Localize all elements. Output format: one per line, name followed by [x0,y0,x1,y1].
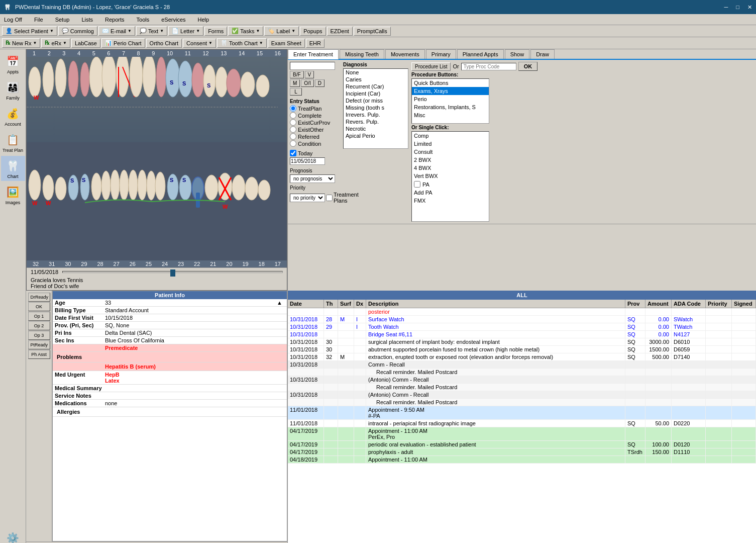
menu-reports[interactable]: Reports [103,16,127,24]
select-patient-button[interactable]: 👤 Select Patient ▼ [2,26,57,36]
op2-button[interactable]: Op 2 [28,321,50,330]
commlog-button[interactable]: 💬 Commlog [58,26,97,36]
table-row[interactable]: 10/31/2018 Comm - Recall [288,361,756,369]
sidebar-item-appts[interactable]: 📅 Appts [1,51,25,76]
minimize-btn[interactable]: ─ [724,4,728,11]
l-button[interactable]: L [290,88,302,96]
tab-planned-appts[interactable]: Planned Appts [457,49,504,59]
bf-button[interactable]: B/F [290,71,304,78]
table-row[interactable]: Recall reminder. Mailed Postcard [288,384,756,391]
menu-eservices[interactable]: eServices [159,16,187,24]
table-row[interactable]: 11/01/2018 intraoral - periapical first … [288,420,756,427]
menu-logoff[interactable]: Log Off [2,16,24,24]
procedure-list-button[interactable]: Procedure List [411,62,451,71]
text-button[interactable]: 💭 Text ▼ [136,26,167,36]
table-row[interactable]: 04/17/2019 prophylaxis - adult TSrdh 150… [288,448,756,456]
single-click-list[interactable]: Comp Limited Consult 2 BWX 4 BWX Vert BW… [411,131,489,222]
menu-help[interactable]: Help [196,16,211,24]
forms-button[interactable]: Forms [204,27,227,36]
status-existcurprov-radio[interactable] [290,119,296,126]
ok-button[interactable]: OK [518,62,538,71]
status-treatplan-radio[interactable] [290,105,296,112]
prognosis-select[interactable]: no prognosis [290,174,335,183]
tab-show[interactable]: Show [505,49,530,59]
status-referred-radio[interactable] [290,133,296,140]
table-row[interactable]: 10/31/2018 32 M extraction, erupted toot… [288,353,756,361]
tasks-button[interactable]: ✅ Tasks ▼ [228,26,263,36]
close-btn[interactable]: ✕ [747,4,752,11]
table-row[interactable]: Recall reminder. Mailed Postcard [288,369,756,376]
popups-button[interactable]: Popups [300,27,326,36]
tab-draw[interactable]: Draw [530,49,555,59]
table-row[interactable]: posterior [288,308,756,316]
label-button[interactable]: 🏷️ Label ▼ [264,26,299,36]
menu-setup[interactable]: Setup [53,16,72,24]
today-checkbox[interactable] [290,150,296,156]
menu-lists[interactable]: Lists [79,16,95,24]
table-row[interactable]: 11/01/2018 Appointment - 9:50 AM#-PA [288,406,756,420]
records-table[interactable]: posterior 10/31/2018 28 M I Sur [288,308,756,543]
ezdent-button[interactable]: EZDent [327,27,353,36]
tooth-chart-visual[interactable]: W [27,57,287,260]
tooth-chart-button[interactable]: 🦷 Tooth Chart ▼ [217,38,267,48]
tab-movements[interactable]: Movements [385,49,425,59]
table-row[interactable]: 10/31/2018 29 I Tooth Watch SQ 0.00 TWat… [288,323,756,331]
maximize-btn[interactable]: □ [736,4,739,11]
sidebar-item-family[interactable]: 👨‍👩‍👧 Family [1,77,25,103]
email-button[interactable]: ✉️ E-mail ▼ [98,26,135,36]
menu-file[interactable]: File [32,16,45,24]
labcase-button[interactable]: LabCase [71,39,100,48]
v-button[interactable]: V [305,71,314,78]
table-row[interactable]: 04/17/2019 Appointment - 11:00 AMPerEx, … [288,427,756,441]
status-existother-radio[interactable] [290,126,296,133]
table-row[interactable]: 10/31/2018 (Antonio) Comm - Recall [288,391,756,399]
priority-select[interactable]: no priority [290,194,325,202]
proc-code-input[interactable] [461,63,516,70]
table-row[interactable]: 04/17/2019 periodic oral evaluation - es… [288,441,756,448]
sidebar-item-chart[interactable]: 🦷 Chart [1,156,25,181]
table-row[interactable]: Recall reminder. Mailed Postcard [288,399,756,406]
scroll-indicator[interactable]: ▲ [277,300,285,306]
procedure-buttons-list[interactable]: Quick Buttons Exams, Xrays Perio Restora… [411,78,489,124]
date-field[interactable] [290,157,325,165]
table-row[interactable]: 10/31/2018 30 abutment supported porcela… [288,346,756,353]
ortho-chart-button[interactable]: Ortho Chart [146,39,182,48]
menu-tools[interactable]: Tools [135,16,152,24]
tab-primary[interactable]: Primary [426,49,456,59]
table-row[interactable]: 10/31/2018 30 surgical placement of impl… [288,338,756,346]
d-button[interactable]: D [315,79,325,87]
table-row[interactable]: 10/31/2018 Bridge Seat #6,11 SQ 0.00 N41… [288,331,756,338]
table-row[interactable]: 10/31/2018 28 M I Surface Watch SQ 0.00 … [288,316,756,323]
sidebar-item-treatplan[interactable]: 📋 Treat Plan [1,130,25,155]
tab-enter-treatment[interactable]: Enter Treatment [288,49,339,59]
letter-button[interactable]: 📄 Letter ▼ [168,26,203,36]
status-condition-radio[interactable] [290,140,296,147]
table-row[interactable]: 10/31/2018 (Antonio) Comm - Recall [288,376,756,384]
tooth-num-2: 2 [48,50,51,56]
exam-sheet-button[interactable]: Exam Sheet [268,39,305,48]
phasst-button[interactable]: Ph Asst [28,350,50,359]
ehr-button[interactable]: EHR [306,39,325,48]
consent-button[interactable]: Consent ▼ [183,39,216,48]
table-row[interactable]: 04/18/2019 Appointment - 11:00 AM [288,456,756,464]
sidebar-item-images[interactable]: 🖼️ Images [1,182,25,207]
treatment-plans-checkbox[interactable] [326,195,333,201]
ptready-button[interactable]: PtReady [28,340,50,349]
pa-checkbox[interactable] [414,181,420,188]
entry-input[interactable] [290,62,335,70]
promptcalls-button[interactable]: PromptCalls [354,27,391,36]
sidebar-item-account[interactable]: 💰 Account [1,104,25,129]
diagnosis-list[interactable]: None Caries Recurrent (Car) Incipient (C… [343,68,408,149]
status-complete-radio[interactable] [290,112,296,119]
m-button[interactable]: M [290,79,300,87]
new-rx-button[interactable]: ℞ New Rx ▼ [2,38,40,48]
tab-missing-teeth[interactable]: Missing Teeth [340,49,384,59]
erx-button[interactable]: ℞ eRx ▼ [41,38,70,48]
op3-button[interactable]: Op 3 [28,331,50,340]
perio-chart-button[interactable]: 📊 Perio Chart [101,38,145,48]
sidebar-item-manage[interactable]: ⚙️ Manage [1,528,25,543]
oi-button[interactable]: O/I [301,79,313,87]
ok-side-button[interactable]: OK [28,302,50,311]
op1-button[interactable]: Op 1 [28,312,50,321]
drready-button[interactable]: DrReady [28,293,50,302]
